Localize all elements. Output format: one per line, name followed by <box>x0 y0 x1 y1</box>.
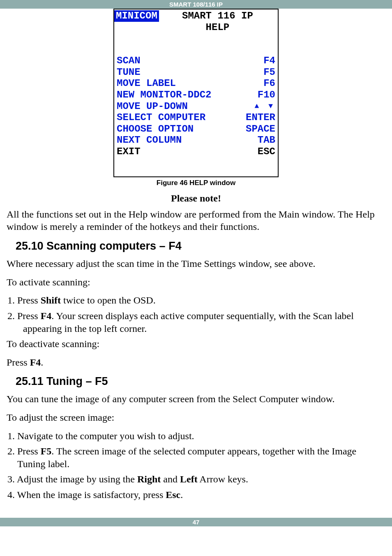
body-text: To deactivate scanning: <box>7 338 385 350</box>
text: 4. When the image is satisfactory, press <box>7 489 166 500</box>
bold-text: Right <box>137 474 161 484</box>
help-window-rows: SCANF4 TUNEF5 MOVE LABELF6 NEW MONITOR-D… <box>114 55 278 158</box>
text: and <box>161 474 180 484</box>
help-row-key: TAB <box>258 134 275 146</box>
help-window-header: MINICOM SMART 116 IP HELP <box>114 9 278 33</box>
bold-text: F4 <box>41 310 52 321</box>
help-row-key: F6 <box>263 78 275 89</box>
help-row-label: NEW MONITOR-DDC2 <box>117 89 211 101</box>
help-window-brand: MINICOM <box>114 10 159 22</box>
help-row: SELECT COMPUTERENTER <box>117 112 275 123</box>
bold-text: Left <box>180 474 198 484</box>
help-row-key: ENTER <box>246 112 275 123</box>
ordered-list: 1. Press Shift twice to open the OSD. 2.… <box>7 294 385 335</box>
bold-text: Shift <box>41 295 61 306</box>
body-text: You can tune the image of any computer s… <box>7 393 385 405</box>
help-window-title: SMART 116 IP <box>182 10 253 22</box>
body-text: To activate scanning: <box>7 276 385 289</box>
help-row-label: NEXT COLUMN <box>117 134 182 146</box>
list-item: 2. Press F5. The screen image of the sel… <box>7 445 385 470</box>
page-number-bar: 47 <box>0 518 392 526</box>
help-row-key: F10 <box>258 89 275 101</box>
section-heading-2511: 25.11 Tuning – F5 <box>16 375 385 388</box>
list-item: 1. Navigate to the computer you wish to … <box>7 430 385 442</box>
list-item: 4. When the image is satisfactory, press… <box>7 489 385 501</box>
text: Press <box>7 357 30 368</box>
help-row-key: ESC <box>258 146 275 158</box>
text: . Your screen displays each active compu… <box>23 310 354 334</box>
text: Arrow keys. <box>198 474 248 484</box>
help-row-label: SELECT COMPUTER <box>117 112 205 123</box>
help-row-label: MOVE UP-DOWN <box>117 101 188 112</box>
text: 1. Press <box>7 295 41 306</box>
bold-text: F5 <box>41 446 52 456</box>
help-row: MOVE LABELF6 <box>117 78 275 89</box>
help-row-label: EXIT <box>117 146 141 158</box>
ordered-list: 1. Navigate to the computer you wish to … <box>7 430 385 501</box>
help-row: MOVE UP-DOWN▲ ▼ <box>117 101 275 112</box>
help-window: MINICOM SMART 116 IP HELP SCANF4 TUNEF5 … <box>113 9 279 177</box>
help-row-label: MOVE LABEL <box>117 78 176 89</box>
help-window-subtitle: HELP <box>206 22 230 33</box>
help-row-exit: EXITESC <box>117 146 275 158</box>
text: twice to open the OSD. <box>61 295 156 306</box>
text: . The screen image of the selected compu… <box>17 446 356 469</box>
figure-caption: Figure 46 HELP window <box>0 179 392 187</box>
help-row-label: CHOOSE OPTION <box>117 123 194 135</box>
help-row-label: TUNE <box>117 67 141 78</box>
list-item: 3. Adjust the image by using the Right a… <box>7 473 385 486</box>
text: . <box>41 357 43 368</box>
note-paragraph: All the functions set out in the Help wi… <box>7 208 385 233</box>
note-heading: Please note! <box>7 193 385 204</box>
bold-text: Esc <box>166 489 180 500</box>
body-text: Where necessary adjust the scan time in … <box>7 257 385 270</box>
body-text: To adjust the screen image: <box>7 411 385 424</box>
help-row: CHOOSE OPTIONSPACE <box>117 123 275 135</box>
list-item: 1. Press Shift twice to open the OSD. <box>7 294 385 307</box>
help-row: SCANF4 <box>117 55 275 67</box>
help-row: NEW MONITOR-DDC2F10 <box>117 89 275 101</box>
text: 3. Adjust the image by using the <box>7 474 137 484</box>
text: . <box>180 489 183 500</box>
body-text: Press F4. <box>7 356 385 369</box>
help-row: TUNEF5 <box>117 67 275 78</box>
help-row: NEXT COLUMNTAB <box>117 134 275 146</box>
text: 2. Press <box>7 310 41 321</box>
section-heading-2510: 25.10 Scanning computers – F4 <box>16 240 385 253</box>
bold-text: F4 <box>30 357 41 368</box>
help-row-key: SPACE <box>246 123 275 135</box>
help-row-key: F5 <box>263 67 275 78</box>
list-item: 2. Press F4. Your screen displays each a… <box>7 310 385 335</box>
arrows-icon: ▲ ▼ <box>255 102 275 114</box>
text: 2. Press <box>7 446 41 456</box>
help-row-key: F4 <box>263 55 275 67</box>
header-bar: SMART 108/116 IP <box>0 0 392 9</box>
help-row-label: SCAN <box>117 55 141 67</box>
